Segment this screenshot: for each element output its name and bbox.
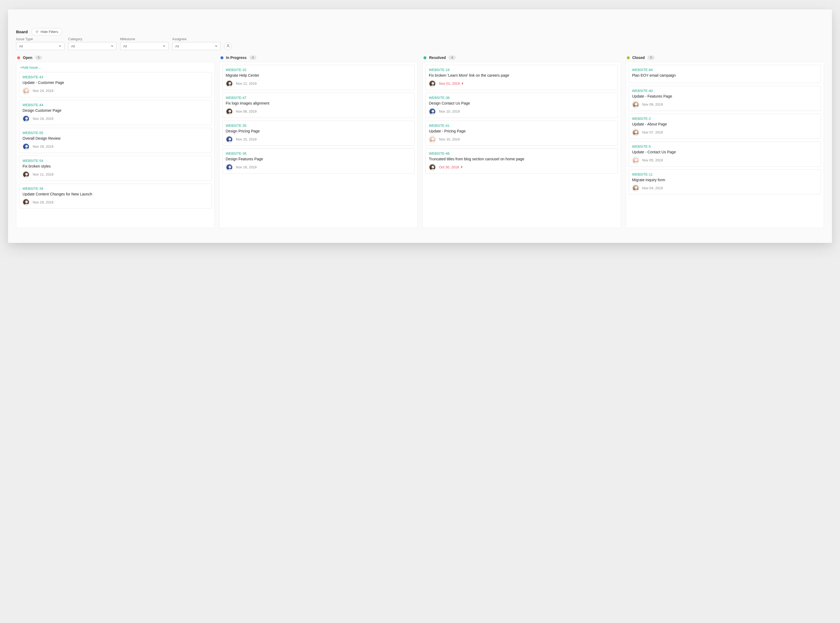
issue-card[interactable]: WEBSITE-11Migrate inquiry formNov 04, 20… xyxy=(629,169,821,195)
hide-filters-button[interactable]: Hide Filters xyxy=(31,28,62,35)
issue-date: Nov 12, 2019 xyxy=(236,81,256,86)
issue-title: Design Pricing Page xyxy=(226,129,412,134)
issue-card[interactable]: WEBSITE-43Update - Customer PageNov 24, … xyxy=(19,72,212,97)
assignee-avatar xyxy=(429,108,436,115)
issue-card[interactable]: WEBSITE-18Fix broken 'Learn More' link o… xyxy=(425,65,618,90)
column-header: Closed5 xyxy=(626,55,824,62)
board-column-open: Open5+Add Issue...WEBSITE-43Update - Cus… xyxy=(16,55,215,228)
issue-card[interactable]: WEBSITE-36Design Features PageNov 16, 20… xyxy=(222,149,415,174)
issue-date: Nov 16, 2019 xyxy=(236,165,256,169)
issue-title: Migrate Help Center xyxy=(226,73,412,78)
issue-card[interactable]: WEBSITE-39Update Content Changes for New… xyxy=(19,184,212,209)
assignee-avatar xyxy=(632,157,639,164)
svg-point-12 xyxy=(432,138,434,140)
issue-card[interactable]: WEBSITE-40Update - Features PageNov 09, … xyxy=(629,86,821,111)
issue-id: WEBSITE-41 xyxy=(429,124,614,127)
category-value: All xyxy=(71,44,75,48)
svg-point-14 xyxy=(635,103,637,106)
issue-title: Fix logo images alignment xyxy=(226,101,412,106)
issue-id: WEBSITE-55 xyxy=(23,131,208,135)
column-title: Open xyxy=(23,55,32,60)
issue-id: WEBSITE-11 xyxy=(632,172,818,176)
issue-card[interactable]: WEBSITE-2Update - About PageNov 07, 2019 xyxy=(629,114,821,139)
issue-title: Update - Customer Page xyxy=(23,80,208,85)
issue-card[interactable]: WEBSITE-35Design Pricing PageNov 15, 201… xyxy=(222,121,415,146)
assignee-select[interactable]: All xyxy=(172,42,220,50)
issue-card[interactable]: WEBSITE-41Update - Pricing PageNov 10, 2… xyxy=(425,121,618,146)
filter-label-milestone: Milestone xyxy=(120,37,169,41)
issue-card[interactable]: WEBSITE-47Fix logo images alignmentNov 0… xyxy=(222,93,415,118)
issue-date: Nov 24, 2019 xyxy=(33,89,53,93)
assignee-avatar xyxy=(632,101,639,108)
milestone-select[interactable]: All xyxy=(120,42,169,50)
issue-title: Fix broken styles xyxy=(23,164,208,169)
issue-card[interactable]: WEBSITE-32Migrate Help CenterNov 12, 201… xyxy=(222,65,415,90)
column-body: WEBSITE-18Fix broken 'Learn More' link o… xyxy=(422,62,621,228)
fire-icon xyxy=(461,82,464,85)
status-dot-icon xyxy=(424,56,427,59)
svg-point-17 xyxy=(635,186,637,189)
issue-id: WEBSITE-35 xyxy=(226,124,412,127)
issue-meta: Nov 10, 2019 xyxy=(429,136,614,143)
assignee-avatar xyxy=(226,80,233,87)
issue-meta: Nov 12, 2019 xyxy=(226,80,412,87)
column-title: Resolved xyxy=(429,55,446,60)
issue-meta: Nov 29, 2019 xyxy=(23,199,208,206)
issue-title: Migrate inquiry form xyxy=(632,178,818,183)
board-column-in_progress: In Progress4WEBSITE-32Migrate Help Cente… xyxy=(220,55,418,228)
svg-point-7 xyxy=(229,110,231,113)
column-count-badge: 5 xyxy=(647,55,655,60)
issue-meta: Nov 15, 2019 xyxy=(226,136,412,143)
svg-point-8 xyxy=(229,138,231,140)
issue-id: WEBSITE-54 xyxy=(23,159,208,163)
issue-title: Truncated titles from blog section carou… xyxy=(429,157,614,162)
assignee-filter-button[interactable] xyxy=(224,42,232,50)
issue-id: WEBSITE-46 xyxy=(429,152,614,155)
issue-meta: Nov 01, 2019 xyxy=(429,80,614,87)
column-header: Open5 xyxy=(16,55,215,62)
issue-title: Design Customer Page xyxy=(23,108,208,113)
issue-date: Oct 30, 2019 xyxy=(439,165,463,169)
filter-icon xyxy=(35,30,38,34)
issue-id: WEBSITE-2 xyxy=(632,117,818,121)
column-body: WEBSITE-64Plan EOY email campaignWEBSITE… xyxy=(626,62,824,228)
issue-title: Overall Design Review xyxy=(23,136,208,141)
issue-title: Plan EOY email campaign xyxy=(632,73,818,78)
assignee-avatar xyxy=(23,87,29,94)
issue-title: Fix broken 'Learn More' link on the care… xyxy=(429,73,614,78)
issue-date: Nov 10, 2019 xyxy=(439,137,460,141)
issue-title: Design Features Page xyxy=(226,157,412,162)
issue-id: WEBSITE-64 xyxy=(632,68,818,72)
issue-card[interactable]: WEBSITE-38Design Contact Us PageNov 10, … xyxy=(425,93,618,118)
issue-id: WEBSITE-18 xyxy=(429,68,614,72)
issue-type-select[interactable]: All xyxy=(16,42,64,50)
issue-card[interactable]: WEBSITE-46Truncated titles from blog sec… xyxy=(425,149,618,174)
svg-point-2 xyxy=(25,117,28,120)
column-body: WEBSITE-32Migrate Help CenterNov 12, 201… xyxy=(220,62,418,228)
issue-card[interactable]: WEBSITE-64Plan EOY email campaign xyxy=(629,65,821,83)
assignee-avatar xyxy=(226,164,233,171)
issue-card[interactable]: WEBSITE-5Update - Contact Us PageNov 05,… xyxy=(629,141,821,167)
filter-label-category: Category xyxy=(68,37,117,41)
status-dot-icon xyxy=(220,56,223,59)
issue-id: WEBSITE-36 xyxy=(226,152,412,155)
assignee-avatar xyxy=(429,80,436,87)
issue-date: Nov 09, 2019 xyxy=(642,103,663,106)
assignee-avatar xyxy=(632,184,639,192)
issue-date: Nov 19, 2019 xyxy=(33,117,53,121)
issue-meta: Nov 19, 2019 xyxy=(23,115,208,122)
svg-point-9 xyxy=(229,166,231,168)
issue-date: Nov 15, 2019 xyxy=(236,137,256,141)
issue-card[interactable]: WEBSITE-55Overall Design ReviewNov 29, 2… xyxy=(19,128,212,153)
page-title: Board xyxy=(16,29,28,34)
issue-meta: Nov 05, 2019 xyxy=(632,157,818,164)
issue-card[interactable]: WEBSITE-54Fix broken stylesNov 11, 2019 xyxy=(19,156,212,181)
issue-card[interactable]: WEBSITE-44Design Customer PageNov 19, 20… xyxy=(19,100,212,125)
svg-point-6 xyxy=(229,82,231,85)
issue-title: Update - Pricing Page xyxy=(429,129,614,134)
category-select[interactable]: All xyxy=(68,42,117,50)
issue-title: Update - Features Page xyxy=(632,94,818,99)
assignee-avatar xyxy=(226,108,233,115)
issue-date: Nov 01, 2019 xyxy=(439,81,464,86)
add-issue-button[interactable]: +Add Issue... xyxy=(19,65,212,72)
